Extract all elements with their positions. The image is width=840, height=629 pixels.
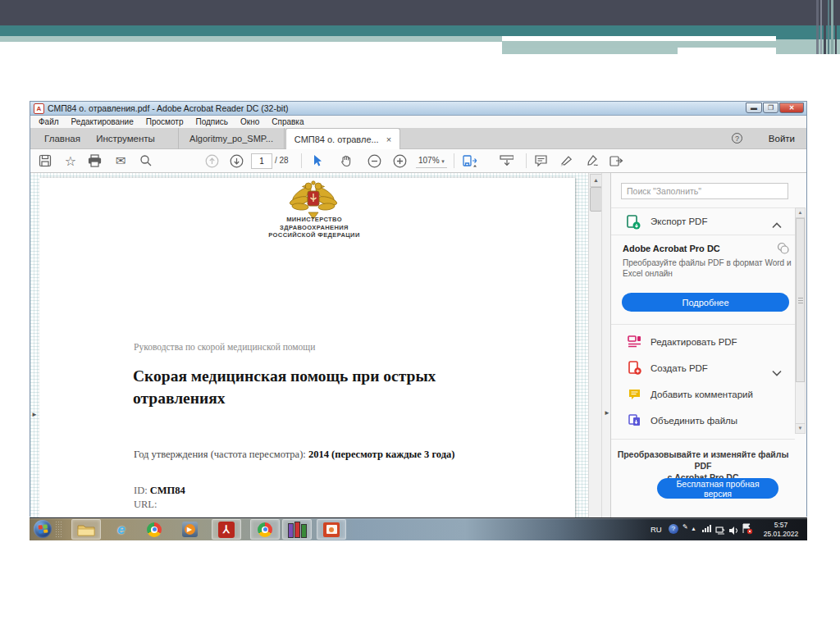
highlighter-icon[interactable] bbox=[559, 153, 574, 168]
taskbar-internet-explorer[interactable]: e bbox=[107, 519, 136, 540]
edit-pdf-icon bbox=[628, 335, 641, 352]
url-line: URL: bbox=[134, 499, 157, 511]
zoom-in-icon[interactable] bbox=[392, 153, 407, 168]
combine-files-icon bbox=[628, 413, 641, 431]
taskbar-explorer[interactable] bbox=[71, 519, 101, 540]
tab-close-icon[interactable]: × bbox=[386, 134, 391, 144]
zoom-level-dropdown[interactable]: 107% ▾ bbox=[416, 153, 447, 168]
minimize-button[interactable]: ▬ bbox=[746, 103, 762, 113]
taskbar-chrome-2[interactable] bbox=[250, 519, 280, 540]
doc-tab-active[interactable]: СМП84 о. отравле... × bbox=[285, 128, 400, 149]
next-page-icon[interactable] bbox=[229, 153, 244, 168]
presentation-slide: A СМП84 о. отравления.pdf - Adobe Acroba… bbox=[0, 0, 840, 629]
tool-edit-pdf[interactable]: Редактировать PDF bbox=[611, 329, 795, 355]
language-indicator[interactable]: RU bbox=[651, 525, 662, 534]
menu-window[interactable]: Окно bbox=[240, 117, 259, 126]
scroll-down-icon[interactable]: ▼ bbox=[796, 423, 805, 433]
pdf-page: МИНИСТЕРСТВО ЗДРАВООХРАНЕНИЯ РОССИЙСКОЙ … bbox=[39, 178, 575, 517]
chevron-up-icon[interactable] bbox=[772, 217, 782, 232]
show-hidden-icons[interactable]: ▲ bbox=[691, 526, 696, 531]
taskbar-chrome[interactable] bbox=[139, 519, 169, 540]
fit-width-icon[interactable] bbox=[499, 153, 514, 168]
deco-stripe bbox=[824, 0, 826, 54]
page-number-input[interactable]: 1 bbox=[251, 153, 272, 169]
page-count-label: / 28 bbox=[275, 153, 289, 167]
copy-files-icon bbox=[777, 242, 789, 258]
id-line: ID: СМП84 bbox=[134, 485, 185, 497]
sidebar-scrollbar-thumb[interactable] bbox=[796, 218, 805, 382]
window-title: СМП84 о. отравления.pdf - Adobe Acrobat … bbox=[48, 103, 289, 113]
email-icon[interactable]: ✉ bbox=[113, 153, 128, 168]
scroll-up-icon[interactable]: ▲ bbox=[796, 208, 805, 218]
promo-title: Adobe Acrobat Pro DC bbox=[623, 244, 720, 253]
save-icon[interactable] bbox=[38, 153, 52, 168]
export-pdf-icon bbox=[626, 215, 641, 233]
comment-icon[interactable] bbox=[534, 153, 549, 168]
learn-more-button[interactable]: Подробнее bbox=[622, 293, 789, 312]
chevron-down-icon[interactable] bbox=[772, 365, 782, 380]
tools-sidebar: Экспорт PDF Adobe Acrobat Pro DC Преобра… bbox=[610, 173, 806, 517]
free-trial-button[interactable]: Бесплатная пробная версия bbox=[657, 478, 778, 499]
acrobat-window: A СМП84 о. отравления.pdf - Adobe Acroba… bbox=[30, 101, 807, 517]
menu-sign[interactable]: Подпись bbox=[195, 117, 228, 126]
close-button[interactable]: ✕ bbox=[779, 103, 804, 113]
tray-app-icon[interactable]: ✎ bbox=[682, 523, 688, 531]
export-pdf-label: Экспорт PDF bbox=[651, 217, 707, 226]
sidebar-scrollbar[interactable]: ▲ ▼ bbox=[795, 207, 806, 434]
fill-sign-icon[interactable] bbox=[585, 153, 600, 168]
search-icon[interactable] bbox=[139, 153, 153, 168]
taskbar-separator bbox=[55, 521, 63, 538]
deco-stripe bbox=[835, 0, 837, 54]
clock-time: 5:57 bbox=[760, 521, 802, 530]
deco-stripe bbox=[828, 0, 829, 54]
tool-combine-files[interactable]: Объединить файлы bbox=[611, 408, 795, 434]
document-scrollbar[interactable]: ▲ bbox=[588, 173, 601, 517]
volume-icon[interactable] bbox=[728, 524, 739, 539]
star-icon[interactable]: ☆ bbox=[63, 153, 78, 168]
tool-create-pdf[interactable]: Создать PDF bbox=[611, 355, 795, 381]
doc-tab-inactive[interactable]: Algoritmy_po_SMP... bbox=[178, 128, 285, 149]
maximize-button[interactable]: ❐ bbox=[763, 103, 778, 113]
sign-in-button[interactable]: Войти bbox=[769, 128, 795, 149]
menu-file[interactable]: Файл bbox=[39, 117, 59, 126]
scrollbar-thumb[interactable] bbox=[590, 187, 602, 212]
document-series: Руководства по скорой медицинской помощи bbox=[134, 342, 315, 352]
ministry-name: МИНИСТЕРСТВО ЗДРАВООХРАНЕНИЯ РОССИЙСКОЙ … bbox=[244, 216, 384, 239]
previous-page-icon[interactable] bbox=[204, 153, 219, 168]
menu-view[interactable]: Просмотр bbox=[146, 117, 184, 126]
start-button[interactable] bbox=[34, 520, 52, 538]
page-view-icon[interactable] bbox=[462, 153, 477, 168]
deco-bar-sage-mid bbox=[502, 41, 781, 48]
taskbar-clock[interactable]: 5:57 25.01.2022 bbox=[760, 521, 802, 538]
hand-tool-icon[interactable] bbox=[339, 153, 354, 168]
menu-edit[interactable]: Редактирование bbox=[71, 117, 134, 126]
tab-tools[interactable]: Инструменты bbox=[88, 128, 163, 149]
document-canvas[interactable]: ► bbox=[30, 173, 601, 517]
menu-help[interactable]: Справка bbox=[272, 117, 304, 126]
zoom-out-icon[interactable] bbox=[367, 153, 381, 168]
approval-line: Год утверждения (частота пересмотра): 20… bbox=[134, 449, 454, 461]
search-input[interactable] bbox=[621, 183, 788, 199]
select-tool-icon[interactable] bbox=[311, 153, 326, 168]
left-pane-toggle-icon[interactable]: ► bbox=[31, 411, 38, 418]
taskbar-media-player[interactable]: ▶ bbox=[175, 519, 204, 540]
action-center-flag-icon[interactable] bbox=[742, 523, 753, 538]
share-icon[interactable] bbox=[609, 153, 623, 168]
windows-logo-icon bbox=[38, 524, 48, 533]
taskbar-adobe-reader[interactable]: ⅄ bbox=[212, 519, 241, 540]
print-icon[interactable] bbox=[87, 153, 102, 168]
export-pdf-section[interactable]: Экспорт PDF bbox=[611, 207, 795, 235]
right-pane-toggle-icon[interactable]: ► bbox=[604, 409, 610, 417]
tray-help-icon[interactable]: ? bbox=[669, 524, 678, 534]
promo-text: Преобразуйте файлы PDF в формат Word и E… bbox=[623, 258, 792, 279]
network-icon[interactable] bbox=[715, 524, 725, 539]
scroll-up-icon[interactable]: ▲ bbox=[590, 174, 602, 187]
tab-bar: Главная Инструменты Algoritmy_po_SMP... … bbox=[30, 128, 806, 149]
taskbar-powerpoint[interactable] bbox=[317, 519, 346, 540]
help-icon[interactable]: ? bbox=[732, 133, 742, 144]
signal-strength-icon[interactable] bbox=[702, 525, 711, 532]
window-titlebar[interactable]: A СМП84 о. отравления.pdf - Adobe Acroba… bbox=[30, 102, 806, 116]
tab-home[interactable]: Главная bbox=[37, 128, 88, 149]
tool-add-comment[interactable]: Добавить комментарий bbox=[611, 381, 795, 408]
taskbar-winrar[interactable] bbox=[282, 519, 312, 540]
